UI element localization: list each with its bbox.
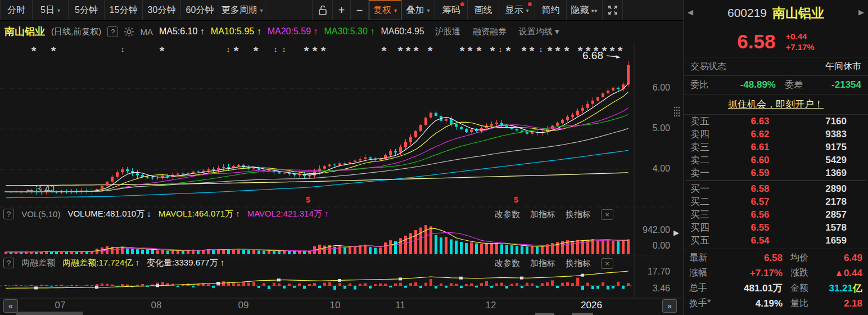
scroll-right-button[interactable]: »: [662, 299, 677, 313]
order-book-row[interactable]: 买二6.572178: [684, 195, 868, 208]
margin-tick-max: 17.70: [618, 267, 670, 277]
open-account-link[interactable]: 抓住机会，即刻开户！: [728, 98, 824, 111]
price-tick-6: 6.00: [618, 83, 670, 93]
ma5-readout: MA5:6.10 ↑: [159, 26, 205, 37]
zoom-out-button[interactable]: −: [351, 0, 369, 20]
chart-header: 南山铝业 (日线,前复权) ? MA MA5:6.10 ↑ MA10:5.95 …: [4, 22, 559, 41]
order-book-row[interactable]: 卖五6.637160: [684, 115, 868, 128]
last-price: 6.58: [737, 30, 775, 53]
order-book-row[interactable]: 卖四6.629383: [684, 128, 868, 141]
svg-text:*: *: [414, 44, 419, 58]
help-icon[interactable]: ?: [107, 26, 118, 37]
lock-button[interactable]: [313, 0, 333, 20]
period-tab-5day[interactable]: 5日▾: [33, 0, 69, 20]
order-book-row[interactable]: 卖三6.619175: [684, 141, 868, 154]
add-indicator-button[interactable]: 加指标: [530, 258, 555, 269]
ma60-readout: MA60:4.95: [381, 26, 424, 37]
order-book-row[interactable]: 买四6.551578: [684, 221, 868, 234]
hide-button[interactable]: 隐藏▸▸: [567, 0, 603, 20]
x-axis-label: 11: [395, 300, 405, 311]
level-qty: 2857: [794, 209, 861, 220]
bid-ask-divider: [686, 181, 866, 181]
change-params-button[interactable]: 改参数: [495, 258, 520, 269]
next-stock-icon[interactable]: ▶: [858, 8, 864, 16]
help-icon[interactable]: ?: [3, 209, 14, 219]
vol-tick-zero: 0.00: [618, 241, 670, 251]
svg-text:*: *: [548, 44, 553, 58]
swap-indicator-button[interactable]: 换指标: [566, 258, 591, 269]
svg-text:*: *: [31, 44, 37, 58]
order-book-row[interactable]: 卖二6.605429: [684, 154, 868, 166]
simple-mode-button[interactable]: 简约: [535, 0, 567, 20]
chevron-down-icon: ▾: [427, 7, 430, 14]
display-button[interactable]: 显示▾: [499, 0, 535, 20]
draw-line-button[interactable]: 画线: [468, 0, 499, 20]
period-tab-15min[interactable]: 15分钟: [105, 0, 143, 20]
gear-icon[interactable]: [124, 27, 134, 37]
period-toolbar: 分时 5日▾ 5分钟 15分钟 30分钟 60分钟 更多周期▾ + − 复权▾ …: [0, 0, 683, 21]
level-price: 6.61: [726, 142, 794, 153]
more-periods-button[interactable]: 更多周期▾: [219, 0, 265, 20]
level-label: 买三: [690, 208, 726, 221]
level-label: 卖四: [690, 128, 726, 141]
level-price: 6.56: [726, 209, 794, 220]
swap-indicator-button[interactable]: 换指标: [566, 209, 591, 220]
clipped-button-sliver: [16, 312, 83, 315]
svg-text:*: *: [428, 44, 433, 58]
price-tick-4: 4.00: [618, 164, 670, 174]
period-tab-5min[interactable]: 5分钟: [69, 0, 105, 20]
add-indicator-button[interactable]: 加指标: [530, 209, 555, 220]
change-params-button[interactable]: 改参数: [495, 209, 520, 220]
order-book-row[interactable]: 买五6.541659: [684, 234, 868, 247]
zoom-in-button[interactable]: +: [333, 0, 351, 20]
svg-text:*: *: [51, 44, 56, 58]
close-icon[interactable]: ×: [601, 258, 613, 269]
adjust-price-button[interactable]: 复权▾: [369, 0, 401, 20]
svg-text:*: *: [398, 44, 403, 58]
level-price: 6.54: [726, 235, 794, 246]
quote-panel: ◀ 600219 南山铝业 ▶ 6.58 +0.44 +7.17% 交易状态 午…: [683, 0, 868, 315]
svg-text:*: *: [530, 44, 535, 58]
level-label: 买二: [690, 195, 726, 208]
hgt-link[interactable]: 沪股通: [435, 26, 460, 37]
period-tab-60min[interactable]: 60分钟: [181, 0, 219, 20]
splitter-handle[interactable]: [672, 104, 681, 127]
svg-text:↕: ↕: [274, 45, 278, 53]
price-change: +0.44 +7.17%: [785, 31, 814, 52]
chevron-down-icon: ▾: [57, 7, 60, 14]
order-book-row[interactable]: 卖一6.591369: [684, 166, 868, 179]
scroll-left-button[interactable]: «: [3, 299, 18, 313]
clipped-button-sliver: [535, 313, 554, 315]
svg-text:*: *: [555, 44, 560, 58]
unlock-icon: [318, 5, 327, 15]
mavol1-readout: MAVOL1:464.071万 ↑: [159, 209, 240, 219]
svg-text:*: *: [477, 44, 482, 58]
svg-text:*: *: [468, 44, 473, 58]
period-tab-30min[interactable]: 30分钟: [143, 0, 181, 20]
set-ma-link[interactable]: 设置均线 ▾: [519, 26, 559, 37]
help-icon[interactable]: ?: [3, 258, 14, 268]
svg-text:↕: ↕: [499, 45, 503, 53]
svg-text:*: *: [304, 44, 309, 58]
margin-trading-link[interactable]: 融资融券: [473, 26, 507, 37]
svg-text:↕: ↕: [227, 45, 230, 53]
level-label: 卖五: [690, 115, 726, 128]
overlay-button[interactable]: 叠加▾: [401, 0, 435, 20]
prev-stock-icon[interactable]: ◀: [688, 8, 693, 16]
chevron-down-icon: ▾: [394, 7, 397, 14]
quote-stats: 最新6.58均价6.49涨幅+7.17%涨跌▲0.44总手481.01万金额31…: [684, 249, 868, 311]
x-axis-label: 10: [330, 300, 341, 311]
panel-collapse-icon[interactable]: ▶: [673, 228, 679, 237]
svg-text:↕: ↕: [539, 45, 543, 53]
level-qty: 9383: [794, 129, 861, 140]
chip-distribution-button[interactable]: 筹码: [435, 0, 468, 20]
order-book-row[interactable]: 买一6.582890: [684, 182, 868, 195]
chart-period-label: (日线,前复权): [51, 26, 101, 37]
close-icon[interactable]: ×: [601, 209, 613, 220]
level-label: 买一: [690, 182, 726, 195]
margin-change-readout: 变化量:3339.677万 ↑: [147, 258, 224, 268]
fullscreen-button[interactable]: [603, 0, 623, 20]
order-book-row[interactable]: 买三6.562857: [684, 208, 868, 221]
margin-balance-readout: 两融差额:17.724亿 ↑: [62, 258, 139, 268]
period-tab-timeline[interactable]: 分时: [0, 0, 33, 20]
